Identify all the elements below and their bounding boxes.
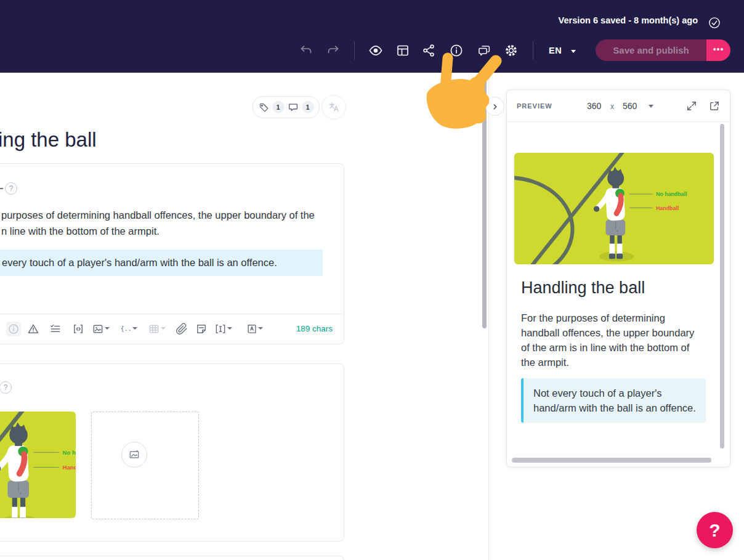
image-tool-button[interactable] bbox=[91, 322, 105, 336]
layout-template-button[interactable] bbox=[394, 42, 411, 59]
text-section-tool-button[interactable] bbox=[213, 322, 228, 336]
code-block-tool-button[interactable] bbox=[71, 322, 86, 336]
variables-tool-caret[interactable] bbox=[132, 327, 137, 330]
no-handball-label: No handball bbox=[63, 449, 76, 456]
no-handball-label: No handball bbox=[656, 191, 687, 197]
share-button[interactable] bbox=[421, 42, 438, 59]
slide-image: No handball Handball bbox=[514, 153, 714, 264]
preview-size-caret[interactable] bbox=[649, 105, 653, 108]
variables-tool-button[interactable]: {..} bbox=[118, 322, 133, 336]
block-label-fragment bbox=[0, 188, 3, 189]
text-line-2[interactable]: n line with the bottom of the armpit. bbox=[1, 225, 160, 237]
comment-count-badge: 1 bbox=[302, 101, 314, 113]
image-upload-placeholder[interactable] bbox=[91, 412, 199, 519]
glossary-tool-caret[interactable] bbox=[258, 327, 263, 330]
note-tool-button[interactable] bbox=[194, 322, 209, 336]
content-scrollbar[interactable] bbox=[482, 74, 487, 328]
preview-size-separator: x bbox=[610, 102, 614, 111]
more-actions-button[interactable]: ••• bbox=[706, 39, 730, 61]
preview-header: PREVIEW 360 x 560 bbox=[507, 90, 730, 122]
table-tool-caret[interactable] bbox=[161, 327, 166, 330]
preview-width-value[interactable]: 360 bbox=[587, 101, 601, 111]
top-navbar bbox=[0, 0, 744, 73]
panel-divider bbox=[488, 73, 489, 560]
tag-count-badge: 1 bbox=[272, 101, 285, 113]
preview-horizontal-scrollbar[interactable] bbox=[512, 458, 711, 463]
tag-comment-pill[interactable]: 1 1 bbox=[253, 96, 320, 118]
next-block-card bbox=[0, 556, 344, 560]
preview-label: PREVIEW bbox=[517, 102, 552, 110]
tag-icon bbox=[259, 102, 269, 113]
lesson-title[interactable]: ing the ball bbox=[0, 128, 97, 152]
toolbar-separator bbox=[533, 41, 533, 60]
handball-label: Handball bbox=[656, 205, 679, 211]
language-caret-icon[interactable] bbox=[571, 50, 576, 53]
comments-button[interactable] bbox=[475, 42, 493, 59]
help-button[interactable]: ? bbox=[697, 512, 733, 548]
info-tool-button[interactable] bbox=[6, 322, 21, 336]
preview-panel: PREVIEW 360 x 560 No handball Handball H… bbox=[506, 89, 730, 468]
char-count: 189 chars bbox=[285, 320, 333, 338]
highlight-text: every touch of a player's hand/arm with … bbox=[0, 257, 277, 268]
checklist-tool-button[interactable] bbox=[48, 322, 63, 336]
redo-button[interactable] bbox=[325, 42, 342, 59]
save-and-publish-button[interactable]: Save and publish bbox=[596, 39, 706, 61]
undo-button[interactable] bbox=[297, 42, 315, 59]
image-block-help-icon[interactable]: ? bbox=[0, 381, 12, 394]
settings-gear-button[interactable] bbox=[503, 42, 520, 59]
chevron-right-icon bbox=[490, 102, 500, 112]
preview-eye-button[interactable] bbox=[367, 42, 384, 59]
comment-icon bbox=[288, 102, 299, 113]
preview-height-value[interactable]: 560 bbox=[623, 101, 637, 111]
handball-label: Handball bbox=[63, 464, 76, 471]
image-thumbnail[interactable]: No handball Handball bbox=[0, 412, 76, 518]
version-saved-check-icon bbox=[706, 14, 723, 31]
expand-preview-button[interactable] bbox=[685, 100, 698, 112]
upload-image-circle[interactable] bbox=[121, 442, 147, 468]
svg-text:{..}: {..} bbox=[121, 325, 132, 332]
text-section-tool-caret[interactable] bbox=[227, 327, 232, 330]
slide-title: Handling the ball bbox=[521, 278, 645, 298]
translate-icon bbox=[328, 101, 340, 113]
preview-vertical-scrollbar[interactable] bbox=[720, 124, 724, 448]
translate-button[interactable] bbox=[321, 95, 346, 120]
image-tool-caret[interactable] bbox=[105, 327, 110, 330]
slide-callout: Not every touch of a player's hand/arm w… bbox=[521, 378, 706, 423]
collapse-preview-button[interactable] bbox=[485, 97, 504, 116]
language-selector[interactable]: EN bbox=[549, 46, 562, 55]
block-help-icon[interactable]: ? bbox=[5, 182, 17, 195]
version-status: Version 6 saved - 8 month(s) ago bbox=[559, 15, 698, 25]
table-tool-button[interactable] bbox=[147, 322, 161, 336]
attachment-tool-button[interactable] bbox=[174, 322, 189, 336]
save-and-publish-group[interactable]: Save and publish ••• bbox=[596, 39, 730, 61]
toolbar-separator bbox=[354, 41, 355, 60]
warning-tool-button[interactable] bbox=[26, 322, 41, 336]
editor-toolbar: {..} 189 chars bbox=[0, 314, 342, 343]
info-button[interactable] bbox=[448, 42, 465, 59]
highlighted-text-line[interactable]: every touch of a player's hand/arm with … bbox=[0, 250, 323, 276]
glossary-tool-button[interactable] bbox=[245, 322, 259, 336]
open-external-button[interactable] bbox=[708, 100, 721, 112]
text-line-1[interactable]: purposes of determining handball offence… bbox=[1, 209, 315, 221]
image-placeholder-icon bbox=[128, 448, 140, 461]
slide-body-text: For the purposes of determining handball… bbox=[521, 310, 703, 370]
